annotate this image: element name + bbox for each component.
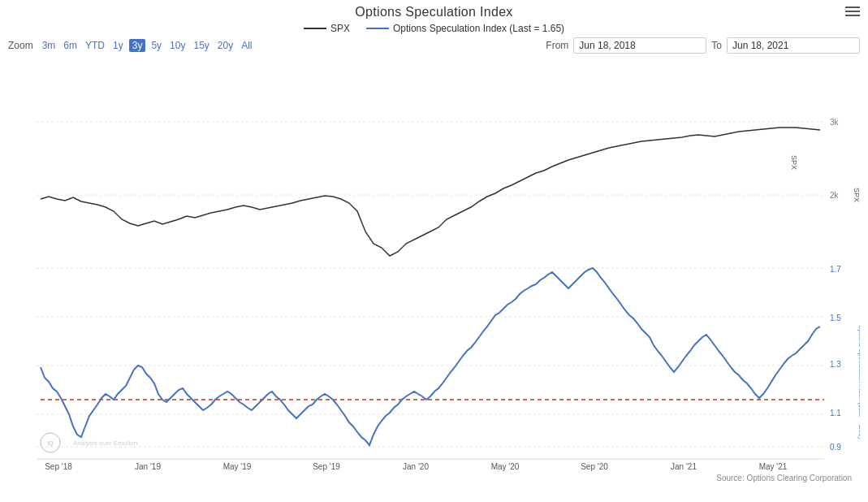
- svg-text:May '19: May '19: [223, 462, 252, 471]
- to-label: To: [711, 40, 722, 51]
- svg-text:2k: 2k: [830, 191, 840, 200]
- svg-text:SPX: SPX: [853, 188, 860, 202]
- zoom-ytd[interactable]: YTD: [83, 39, 107, 52]
- legend-osi: Options Speculation Index (Last = 1.65): [366, 23, 564, 34]
- zoom-6m[interactable]: 6m: [61, 39, 80, 52]
- svg-text:1.3: 1.3: [830, 360, 841, 369]
- svg-text:0.9: 0.9: [830, 443, 841, 452]
- to-date-input[interactable]: [727, 37, 860, 54]
- chart-area: 3k 2k 1.7 1.5 1.3 1.1 0.9 SPX Sep: [8, 57, 860, 471]
- from-date-input[interactable]: [573, 37, 706, 54]
- svg-text:Analysis over Emotion: Analysis over Emotion: [73, 439, 137, 447]
- from-label: From: [546, 40, 568, 51]
- chart-title: Options Speculation Index: [0, 0, 868, 19]
- svg-text:Sep '18: Sep '18: [45, 462, 72, 471]
- svg-text:SPX: SPX: [790, 155, 798, 170]
- chart-container: Options Speculation Index SPX Options Sp…: [0, 0, 868, 502]
- zoom-controls: Zoom 3m 6m YTD 1y 3y 5y 10y 15y 20y All: [8, 39, 255, 52]
- svg-text:May '21: May '21: [759, 462, 788, 471]
- svg-text:1.1: 1.1: [830, 409, 841, 418]
- svg-text:IQ: IQ: [47, 440, 54, 447]
- menu-icon[interactable]: [845, 6, 860, 16]
- svg-text:1.5: 1.5: [830, 314, 841, 322]
- svg-rect-0: [8, 57, 820, 471]
- svg-text:Jan '20: Jan '20: [403, 462, 429, 471]
- osi-label: Options Speculation Index (Last = 1.65): [393, 23, 564, 34]
- zoom-15y[interactable]: 15y: [191, 39, 211, 52]
- spx-line-icon: [304, 28, 326, 29]
- zoom-all[interactable]: All: [239, 39, 254, 52]
- svg-text:Options Speculation Index (Las: Options Speculation Index (Last = 1.65): [857, 325, 860, 439]
- legend-spx: SPX: [304, 23, 350, 34]
- svg-text:Jan '21: Jan '21: [671, 462, 697, 471]
- zoom-10y[interactable]: 10y: [167, 39, 188, 52]
- svg-text:May '20: May '20: [491, 462, 520, 471]
- zoom-label: Zoom: [8, 40, 33, 51]
- svg-text:1.7: 1.7: [830, 265, 841, 274]
- main-svg: 3k 2k 1.7 1.5 1.3 1.1 0.9 SPX Sep: [8, 57, 860, 471]
- svg-text:Jan '19: Jan '19: [135, 462, 161, 471]
- legend: SPX Options Speculation Index (Last = 1.…: [0, 23, 868, 34]
- svg-text:3k: 3k: [830, 118, 840, 127]
- source-text: Source: Options Clearing Corporation: [716, 474, 852, 483]
- date-controls: From To: [546, 37, 860, 54]
- spx-label: SPX: [330, 23, 350, 34]
- zoom-3m[interactable]: 3m: [40, 39, 58, 52]
- svg-text:Sep '19: Sep '19: [313, 462, 340, 471]
- controls-row: Zoom 3m 6m YTD 1y 3y 5y 10y 15y 20y All …: [0, 34, 868, 57]
- zoom-3y[interactable]: 3y: [129, 39, 146, 52]
- osi-line-icon: [366, 28, 389, 29]
- svg-text:Sep '20: Sep '20: [581, 462, 608, 471]
- zoom-20y[interactable]: 20y: [215, 39, 235, 52]
- zoom-5y[interactable]: 5y: [149, 39, 164, 52]
- zoom-1y[interactable]: 1y: [110, 39, 126, 52]
